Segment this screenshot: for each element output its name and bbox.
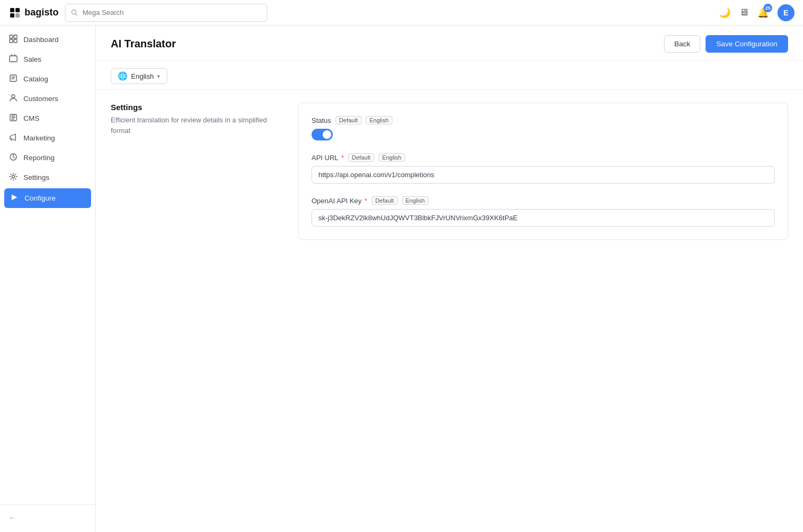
catalog-icon [9, 74, 18, 84]
page-title: AI Translator [111, 38, 176, 50]
sidebar-item-marketing[interactable]: Marketing [0, 128, 95, 148]
activity-icon: 🖥 [739, 7, 749, 18]
sidebar-item-catalog[interactable]: Catalog [0, 69, 95, 89]
sidebar-item-reporting[interactable]: Reporting [0, 148, 95, 168]
svg-rect-10 [10, 75, 17, 81]
activity-button[interactable]: 🖥 [739, 7, 749, 18]
dashboard-icon [9, 35, 18, 45]
svg-rect-9 [10, 56, 17, 62]
collapse-icon: ← [9, 513, 15, 521]
openai-key-label: OpenAI API Key * [312, 197, 367, 205]
main-content: AI Translator Back Save Configuration 🌐 … [96, 26, 803, 532]
save-configuration-button[interactable]: Save Configuration [706, 35, 788, 53]
openai-key-badge-default: Default [372, 196, 398, 205]
sidebar-label-dashboard: Dashboard [23, 36, 59, 44]
api-url-label-row: API URL * Default English [312, 153, 775, 162]
svg-rect-1 [15, 8, 20, 12]
customers-icon [9, 94, 18, 104]
status-badge-default: Default [335, 116, 362, 124]
status-toggle-wrap [312, 129, 775, 140]
svg-point-14 [12, 176, 15, 178]
sidebar-item-configure[interactable]: Configure [4, 188, 91, 208]
status-label: Status [312, 117, 331, 124]
page-header: AI Translator Back Save Configuration [96, 26, 803, 61]
search-icon [71, 9, 78, 16]
navbar-right: 🌙 🖥 🔔 25 E [719, 4, 794, 21]
sidebar-label-sales: Sales [23, 55, 42, 63]
status-label-row: Status Default English [312, 116, 775, 124]
svg-point-11 [12, 95, 15, 98]
search-box[interactable] [65, 4, 267, 22]
sidebar-item-cms[interactable]: CMS [0, 109, 95, 128]
sidebar-item-customers[interactable]: Customers [0, 89, 95, 109]
settings-icon [9, 172, 18, 182]
notification-badge: 25 [764, 4, 772, 12]
header-actions: Back Save Configuration [664, 35, 788, 53]
logo[interactable]: bagisto [9, 6, 59, 19]
cms-icon [9, 113, 18, 123]
sidebar-label-marketing: Marketing [23, 134, 55, 142]
translate-icon: 🌐 [118, 71, 128, 81]
configure-icon [10, 193, 19, 203]
openai-key-label-row: OpenAI API Key * Default English [312, 196, 775, 205]
svg-rect-2 [10, 13, 14, 18]
reporting-icon [9, 153, 18, 163]
status-badge-locale: English [366, 116, 392, 124]
sidebar-label-configure: Configure [24, 194, 56, 202]
svg-rect-6 [14, 35, 17, 38]
language-selector-button[interactable]: 🌐 English ▾ [111, 68, 167, 84]
sidebar-label-reporting: Reporting [23, 154, 55, 162]
svg-rect-3 [15, 13, 20, 18]
openai-key-field-row: OpenAI API Key * Default English [312, 196, 775, 227]
sales-icon [9, 54, 18, 64]
settings-section-desc: Efficient translation for review details… [111, 115, 281, 136]
sidebar-label-cms: CMS [23, 114, 39, 122]
svg-rect-8 [14, 39, 17, 43]
sidebar-label-customers: Customers [23, 95, 58, 103]
api-url-input[interactable] [312, 166, 775, 184]
settings-section-title: Settings [111, 103, 281, 112]
openai-key-badge-locale: English [402, 196, 429, 205]
openai-key-input[interactable] [312, 209, 775, 227]
collapse-button[interactable]: ← [0, 509, 95, 526]
status-field-row: Status Default English [312, 116, 775, 140]
marketing-icon [9, 133, 18, 143]
sidebar-nav: Dashboard Sales Catalog Customers CMS [0, 26, 95, 504]
svg-rect-0 [10, 8, 14, 12]
search-input[interactable] [83, 9, 261, 16]
sidebar-label-catalog: Catalog [23, 75, 48, 83]
config-card: Status Default English API URL * [298, 103, 788, 240]
api-url-badge-locale: English [379, 153, 405, 162]
chevron-down-icon: ▾ [157, 73, 160, 80]
back-button[interactable]: Back [664, 35, 700, 53]
moon-icon: 🌙 [719, 7, 731, 18]
api-url-field-row: API URL * Default English [312, 153, 775, 184]
logo-text: bagisto [24, 7, 59, 18]
api-url-label: API URL * [312, 154, 344, 162]
sidebar: Dashboard Sales Catalog Customers CMS [0, 26, 96, 532]
sidebar-label-settings: Settings [23, 173, 50, 181]
notifications-button[interactable]: 🔔 25 [757, 7, 769, 19]
api-url-badge-default: Default [348, 153, 374, 162]
toggle-slider [312, 129, 333, 140]
settings-description: Settings Efficient translation for revie… [111, 103, 281, 240]
status-toggle[interactable] [312, 129, 333, 140]
sidebar-item-dashboard[interactable]: Dashboard [0, 30, 95, 49]
navbar: bagisto 🌙 🖥 🔔 25 E [0, 0, 803, 26]
svg-rect-7 [10, 39, 13, 43]
logo-icon [9, 6, 21, 19]
sidebar-item-settings[interactable]: Settings [0, 168, 95, 187]
user-avatar[interactable]: E [777, 4, 794, 21]
language-selector-row: 🌐 English ▾ [96, 61, 803, 90]
sidebar-bottom: ← [0, 504, 95, 532]
theme-toggle-button[interactable]: 🌙 [719, 7, 731, 19]
language-label: English [131, 72, 154, 80]
sidebar-item-sales[interactable]: Sales [0, 49, 95, 69]
svg-rect-5 [10, 35, 13, 38]
content-area: Settings Efficient translation for revie… [96, 90, 803, 253]
